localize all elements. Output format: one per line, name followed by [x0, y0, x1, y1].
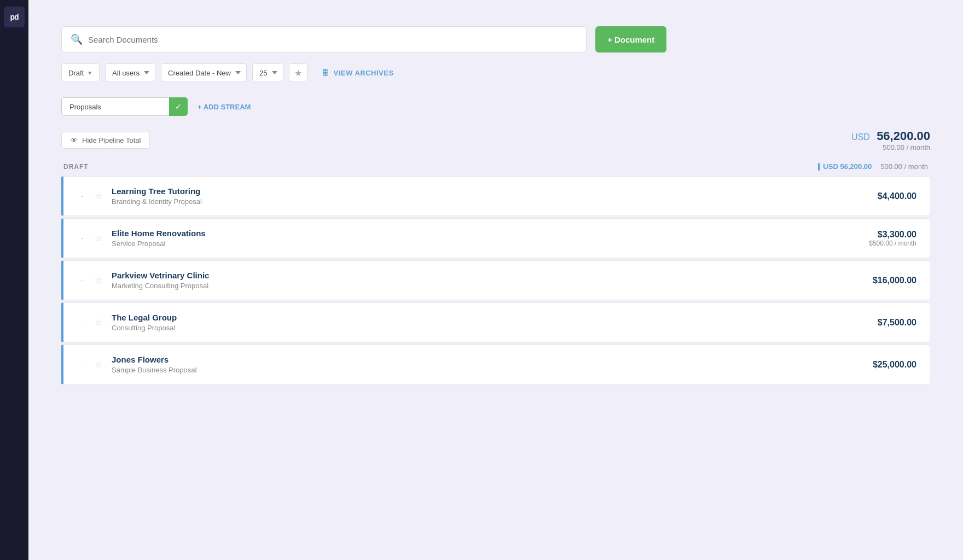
- doc-number: -: [77, 192, 88, 200]
- stream-tabs: ✓ + ADD STREAM: [61, 97, 930, 116]
- doc-number: -: [77, 234, 88, 242]
- draft-indicator: [818, 163, 820, 171]
- doc-type: Sample Business Proposal: [112, 366, 873, 374]
- draft-usd-value: USD 56,200.00: [823, 162, 872, 171]
- status-filter[interactable]: Draft ▼: [61, 63, 100, 82]
- doc-info: Elite Home Renovations Service Proposal: [112, 229, 869, 248]
- doc-info: The Legal Group Consulting Proposal: [112, 313, 878, 332]
- doc-price-main: $16,000.00: [873, 276, 916, 285]
- stream-tab-group: ✓: [61, 97, 188, 116]
- doc-number: -: [77, 318, 88, 326]
- stream-tab-confirm-button[interactable]: ✓: [169, 97, 188, 116]
- pipeline-monthly: 500.00 / month: [851, 143, 930, 151]
- document-row[interactable]: - ☆ Elite Home Renovations Service Propo…: [61, 218, 930, 258]
- stream-tab-input[interactable]: [61, 97, 169, 116]
- pipeline-row: 👁 Hide Pipeline Total USD 56,200.00 500.…: [61, 129, 930, 151]
- draft-section-label: DRAFT: [63, 163, 89, 171]
- star-icon: ★: [294, 68, 302, 78]
- status-filter-caret: ▼: [87, 70, 92, 76]
- doc-star-icon[interactable]: ☆: [92, 317, 105, 328]
- search-bar: 🔍: [61, 26, 587, 52]
- doc-info: Parkview Vetrinary Clinic Marketing Cons…: [112, 271, 873, 290]
- doc-price-main: $25,000.00: [873, 360, 916, 370]
- search-icon: 🔍: [71, 33, 83, 45]
- pipeline-total: USD 56,200.00 500.00 / month: [851, 129, 930, 151]
- draft-total-usd: USD 56,200.00: [818, 162, 872, 171]
- logo[interactable]: pd: [4, 7, 25, 27]
- status-filter-label: Draft: [68, 69, 84, 77]
- doc-price-sub: $500.00 / month: [869, 240, 916, 247]
- document-row[interactable]: - ☆ Jones Flowers Sample Business Propos…: [61, 345, 930, 384]
- doc-price: $7,500.00: [878, 318, 916, 328]
- doc-name: The Legal Group: [112, 313, 878, 322]
- doc-star-icon[interactable]: ☆: [92, 275, 105, 285]
- doc-type: Consulting Proposal: [112, 324, 878, 332]
- users-filter[interactable]: All users: [105, 63, 155, 82]
- add-stream-button[interactable]: + ADD STREAM: [193, 103, 255, 111]
- doc-star-icon[interactable]: ☆: [92, 233, 105, 243]
- archive-icon: 🗄: [322, 69, 329, 77]
- sidebar: pd: [0, 0, 28, 560]
- add-document-label: + Document: [607, 35, 654, 44]
- doc-price: $25,000.00: [873, 360, 916, 370]
- doc-number: -: [77, 276, 88, 284]
- add-document-button[interactable]: + Document: [595, 26, 666, 52]
- search-input[interactable]: [88, 35, 577, 44]
- document-row[interactable]: - ☆ Parkview Vetrinary Clinic Marketing …: [61, 260, 930, 300]
- document-list: - ☆ Learning Tree Tutoring Branding & Id…: [61, 176, 930, 387]
- hide-pipeline-label: Hide Pipeline Total: [82, 136, 141, 144]
- pipeline-total-main: USD 56,200.00: [851, 129, 930, 143]
- draft-totals: USD 56,200.00 500.00 / month: [818, 162, 928, 171]
- checkmark-icon: ✓: [175, 102, 182, 111]
- add-stream-label: + ADD STREAM: [198, 103, 251, 111]
- view-archives-label: VIEW ARCHIVES: [334, 69, 394, 77]
- doc-number: -: [77, 360, 88, 369]
- doc-info: Learning Tree Tutoring Branding & Identi…: [112, 186, 878, 206]
- doc-type: Marketing Consulting Proposal: [112, 282, 873, 290]
- doc-star-icon[interactable]: ☆: [92, 359, 105, 370]
- document-row[interactable]: - ☆ The Legal Group Consulting Proposal …: [61, 302, 930, 342]
- doc-type: Branding & Identity Proposal: [112, 197, 878, 206]
- favorites-filter[interactable]: ★: [289, 63, 308, 82]
- doc-name: Elite Home Renovations: [112, 229, 869, 238]
- doc-info: Jones Flowers Sample Business Proposal: [112, 355, 873, 374]
- main-content: 🔍 + Document Draft ▼ All users Created D…: [28, 0, 963, 560]
- eye-icon: 👁: [71, 136, 78, 144]
- hide-pipeline-button[interactable]: 👁 Hide Pipeline Total: [61, 132, 150, 149]
- draft-section-header: DRAFT USD 56,200.00 500.00 / month: [61, 162, 930, 171]
- doc-price: $3,300.00 $500.00 / month: [869, 230, 916, 247]
- doc-price: $4,400.00: [878, 191, 916, 201]
- per-page-filter[interactable]: 25: [252, 63, 283, 82]
- pipeline-total-value: 56,200.00: [877, 129, 930, 143]
- doc-name: Parkview Vetrinary Clinic: [112, 271, 873, 280]
- filters-row: Draft ▼ All users Created Date - New 25 …: [61, 63, 930, 82]
- search-row: 🔍 + Document: [61, 26, 930, 52]
- doc-price-main: $4,400.00: [878, 191, 916, 201]
- logo-text: pd: [10, 13, 18, 21]
- sort-filter[interactable]: Created Date - New: [161, 63, 247, 82]
- doc-price: $16,000.00: [873, 276, 916, 285]
- document-row[interactable]: - ☆ Learning Tree Tutoring Branding & Id…: [61, 176, 930, 216]
- doc-price-main: $3,300.00: [869, 230, 916, 240]
- pipeline-currency: USD: [851, 132, 870, 142]
- draft-monthly-value: 500.00 / month: [880, 162, 928, 171]
- doc-name: Learning Tree Tutoring: [112, 186, 878, 196]
- doc-price-main: $7,500.00: [878, 318, 916, 328]
- doc-name: Jones Flowers: [112, 355, 873, 364]
- view-archives-button[interactable]: 🗄 VIEW ARCHIVES: [322, 69, 394, 77]
- doc-type: Service Proposal: [112, 240, 869, 248]
- doc-star-icon[interactable]: ☆: [92, 191, 105, 201]
